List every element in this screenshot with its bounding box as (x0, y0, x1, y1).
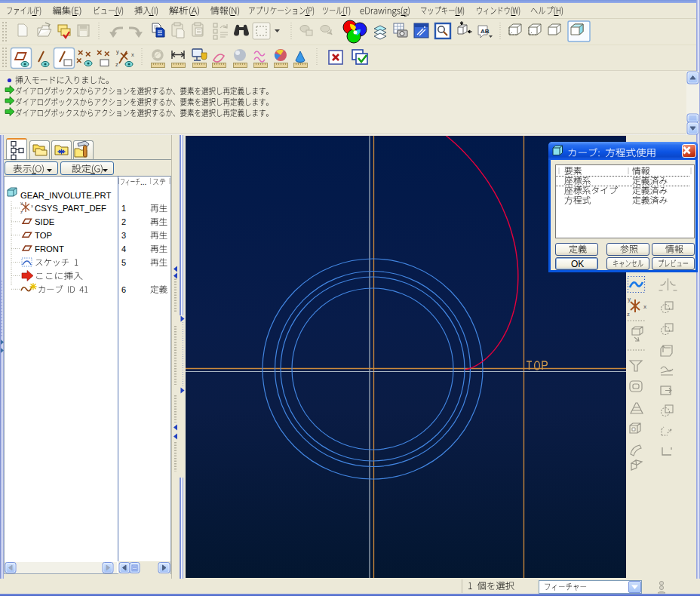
svg-text:z: z (20, 210, 23, 214)
svg-text:z: z (627, 311, 630, 318)
svg-text:y: y (116, 48, 119, 55)
svg-text:x: x (31, 204, 33, 208)
svg-text:x: x (643, 303, 647, 310)
svg-text:y: y (628, 296, 631, 303)
svg-text:y: y (20, 201, 23, 205)
svg-text:x: x (131, 51, 134, 58)
svg-text:z: z (115, 61, 118, 68)
svg-text:AB: AB (480, 28, 490, 35)
